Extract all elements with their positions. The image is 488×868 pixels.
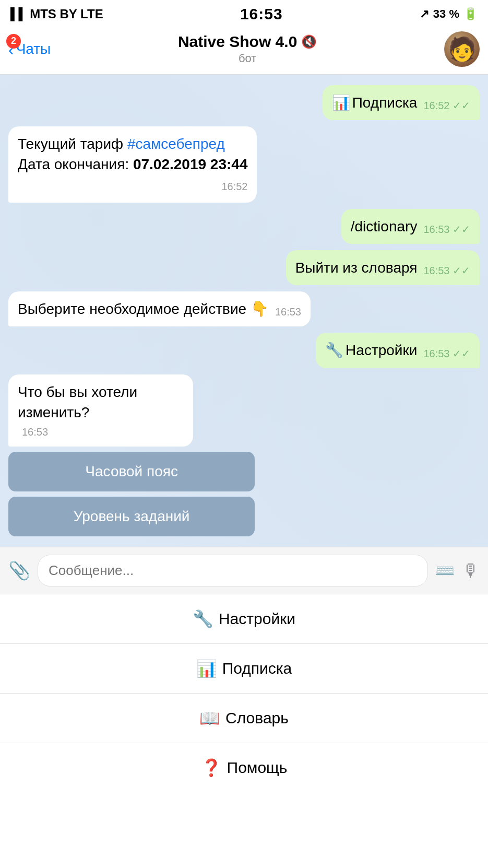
message-time: 16:53 ✓✓ [423,222,470,237]
message-bubble-out: 🔧 Настройки 16:53 ✓✓ [316,333,480,368]
message-bubble-in: Выберите необходимое действие 👇 16:53 [8,291,311,326]
location-icon: ↗ [420,7,429,21]
message-text: /dictionary [351,216,418,237]
message-row: /dictionary 16:53 ✓✓ [8,209,480,244]
message-row: Выйти из словаря 16:53 ✓✓ [8,250,480,285]
quick-reply-label: Помощь [227,759,288,777]
message-bubble-out: /dictionary 16:53 ✓✓ [341,209,480,244]
chat-title: Native Show 4.0 🔇 [51,33,444,51]
question-icon: ❓ [201,758,222,778]
chat-action-timezone-button[interactable]: Часовой пояс [8,452,255,491]
message-text: Настройки [346,340,417,360]
status-time: 16:53 [240,5,283,23]
status-bar: ▌▌ MTS BY LTE 16:53 ↗ 33 % 🔋 [0,0,488,26]
carrier-label: MTS BY LTE [30,7,103,21]
wrench-icon: 🔧 [193,609,213,629]
mute-icon: 🔇 [301,34,317,49]
quick-reply-label: Настройки [219,610,295,628]
expiry-label: Дата окончания: [18,156,133,172]
message-row: Выберите необходимое действие 👇 16:53 [8,291,480,326]
quick-reply-subscription-button[interactable]: 📊 Подписка [0,644,488,694]
back-label: Чаты [16,41,51,57]
input-bar: 📎 ⌨️ 🎙 [0,547,488,594]
avatar: 🧑 [444,31,480,67]
chat-area: 📊 Подписка 16:52 ✓✓ Текущий тариф #самсе… [0,75,488,547]
quick-reply-dictionary-button[interactable]: 📖 Словарь [0,694,488,743]
title-text: Native Show 4.0 [178,33,297,51]
message-icon: 📊 [332,92,350,113]
message-time: 16:53 ✓✓ [423,346,470,361]
chart-icon: 📊 [196,659,217,678]
message-text: Выберите необходимое действие 👇 [18,299,269,319]
quick-reply-label: Подписка [222,660,292,677]
expiry-date: 07.02.2019 23:44 [133,156,248,172]
message-row: Текущий тариф #самсебепред Дата окончани… [8,126,480,203]
message-time: 16:53 [22,425,48,439]
message-time: 16:52 ✓✓ [423,98,470,113]
quick-reply-panel: 🔧 Настройки 📊 Подписка 📖 Словарь ❓ Помощ… [0,594,488,792]
tariff-link: #самсебепред [127,136,225,152]
status-right: ↗ 33 % 🔋 [420,7,478,21]
header-center: Native Show 4.0 🔇 бот [51,33,444,65]
book-icon: 📖 [199,708,220,728]
quick-reply-help-button[interactable]: ❓ Помощь [0,743,488,792]
message-row: 📊 Подписка 16:52 ✓✓ [8,85,480,120]
mic-icon[interactable]: 🎙 [462,560,480,581]
quick-reply-label: Словарь [225,709,289,727]
back-button[interactable]: 2 ‹ Чаты [8,39,51,60]
message-row: Что бы вы хотели изменить? 16:53 Часовой… [8,374,480,536]
header: 2 ‹ Чаты Native Show 4.0 🔇 бот 🧑 [0,26,488,75]
message-text: Текущий тариф [18,136,127,152]
message-bubble-in: Текущий тариф #самсебепред Дата окончани… [8,126,257,203]
message-time: 16:52 [221,181,247,192]
message-time: 16:53 ✓✓ [423,263,470,278]
attach-icon[interactable]: 📎 [8,560,30,581]
status-left: ▌▌ MTS BY LTE [10,7,103,21]
signal-icon: ▌▌ [10,7,27,21]
quick-reply-settings-button[interactable]: 🔧 Настройки [0,594,488,644]
message-text: Подписка [352,92,418,113]
message-text: Выйти из словаря [295,257,418,278]
unread-badge: 2 [6,34,21,49]
keyboard-icon[interactable]: ⌨️ [435,561,455,580]
message-bubble-in: Что бы вы хотели изменить? 16:53 [8,374,193,447]
message-bubble-out: Выйти из словаря 16:53 ✓✓ [286,250,480,285]
wrench-icon: 🔧 [325,340,343,360]
message-row: 🔧 Настройки 16:53 ✓✓ [8,333,480,368]
message-text: Что бы вы хотели изменить? [18,382,184,423]
battery-icon: 🔋 [463,7,478,21]
message-bubble-out: 📊 Подписка 16:52 ✓✓ [323,85,480,120]
chat-action-level-button[interactable]: Уровень заданий [8,497,255,536]
message-input[interactable] [38,555,428,587]
battery-label: 33 % [433,7,459,21]
chat-subtitle: бот [51,52,444,65]
message-time: 16:53 [275,304,301,319]
